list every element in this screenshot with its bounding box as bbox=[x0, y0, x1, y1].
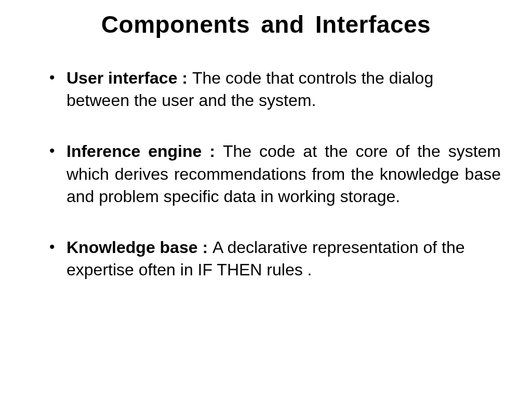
bullet-list: User interface : The code that controls … bbox=[31, 67, 501, 281]
bullet-term: Inference engine : bbox=[66, 142, 223, 161]
list-item: Knowledge base : A declarative represent… bbox=[52, 236, 501, 281]
slide-title: Components and Interfaces bbox=[31, 10, 501, 38]
bullet-term: User interface : bbox=[66, 69, 192, 87]
bullet-term: Knowledge base : bbox=[66, 238, 212, 257]
list-item: Inference engine : The code at the core … bbox=[52, 140, 501, 208]
list-item: User interface : The code that controls … bbox=[52, 67, 501, 112]
